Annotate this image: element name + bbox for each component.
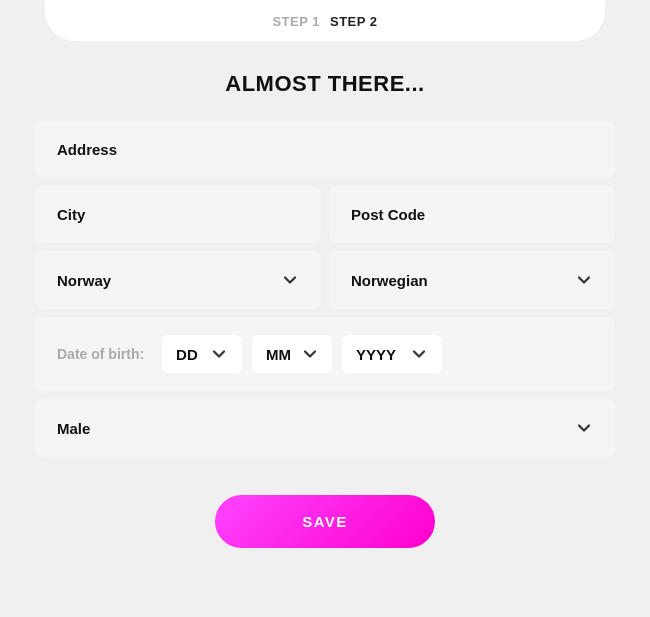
city-label: City — [57, 206, 85, 223]
gender-chevron-icon — [575, 419, 593, 437]
dob-day-value: DD — [176, 346, 198, 363]
dob-day-dropdown[interactable]: DD — [162, 335, 242, 373]
page-title: ALMOST THERE... — [225, 71, 424, 97]
step2-label: STEP 2 — [330, 14, 378, 29]
language-dropdown[interactable]: Norwegian — [329, 251, 615, 309]
dob-year-value: YYYY — [356, 346, 396, 363]
dob-month-value: MM — [266, 346, 291, 363]
postcode-field[interactable]: Post Code — [329, 186, 615, 243]
dob-day-chevron-icon — [210, 345, 228, 363]
address-field[interactable]: Address — [35, 121, 615, 178]
gender-value: Male — [57, 420, 90, 437]
postcode-label: Post Code — [351, 206, 425, 223]
city-postcode-row: City Post Code — [35, 186, 615, 243]
country-language-row: Norway Norwegian — [35, 251, 615, 309]
step1-label: STEP 1 — [272, 14, 320, 29]
address-label: Address — [57, 141, 117, 158]
dob-label: Date of birth: — [57, 346, 144, 362]
step-bar: STEP 1 STEP 2 — [45, 0, 605, 41]
dob-year-dropdown[interactable]: YYYY — [342, 335, 442, 373]
save-button[interactable]: SAVE — [215, 495, 435, 548]
dob-year-chevron-icon — [410, 345, 428, 363]
dob-month-dropdown[interactable]: MM — [252, 335, 332, 373]
dob-row: Date of birth: DD MM YYYY — [35, 317, 615, 391]
country-value: Norway — [57, 272, 111, 289]
city-field[interactable]: City — [35, 186, 321, 243]
dob-month-chevron-icon — [301, 345, 318, 363]
language-chevron-icon — [575, 271, 593, 289]
country-chevron-icon — [281, 271, 299, 289]
page-container: STEP 1 STEP 2 ALMOST THERE... Address Ci… — [0, 0, 650, 617]
country-dropdown[interactable]: Norway — [35, 251, 321, 309]
language-value: Norwegian — [351, 272, 428, 289]
gender-dropdown[interactable]: Male — [35, 399, 615, 457]
